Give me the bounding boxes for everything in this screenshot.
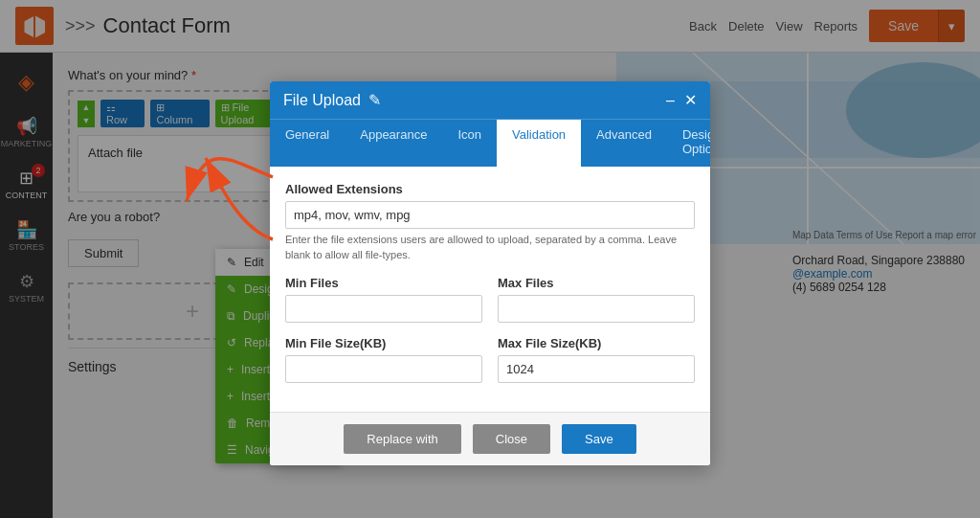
- min-file-size-label: Min File Size(KB): [285, 336, 482, 350]
- max-size-col: Max File Size(KB): [498, 336, 695, 396]
- tab-general[interactable]: General: [270, 120, 345, 167]
- min-size-col: Min File Size(KB): [285, 336, 482, 396]
- max-files-col: Max Files: [498, 276, 695, 336]
- modal-header: File Upload ✎ – ✕: [270, 81, 710, 119]
- min-files-group: Min Files: [285, 276, 482, 323]
- modal-overlay: File Upload ✎ – ✕ General Appearance Ico…: [0, 0, 980, 518]
- tab-design-options[interactable]: Design Options: [667, 120, 710, 167]
- modal-close-footer-button[interactable]: Close: [473, 424, 550, 454]
- tab-advanced[interactable]: Advanced: [581, 120, 667, 167]
- min-files-input[interactable]: [285, 295, 482, 323]
- modal-title-text: File Upload: [283, 92, 361, 109]
- modal-body: Allowed Extensions Enter the file extens…: [270, 167, 710, 412]
- min-max-files-row: Min Files Max Files: [285, 276, 695, 336]
- allowed-extensions-group: Allowed Extensions Enter the file extens…: [285, 182, 695, 262]
- replace-with-button[interactable]: Replace with: [344, 424, 460, 454]
- modal-header-actions: – ✕: [666, 91, 697, 109]
- max-files-input[interactable]: [498, 295, 695, 323]
- allowed-extensions-label: Allowed Extensions: [285, 182, 695, 196]
- file-upload-modal: File Upload ✎ – ✕ General Appearance Ico…: [270, 81, 710, 465]
- modal-footer: Replace with Close Save: [270, 412, 710, 465]
- modal-edit-button[interactable]: ✎: [368, 91, 381, 109]
- modal-title: File Upload ✎: [283, 91, 381, 109]
- min-file-size-group: Min File Size(KB): [285, 336, 482, 383]
- modal-save-button[interactable]: Save: [562, 424, 636, 454]
- modal-close-button[interactable]: ✕: [684, 91, 697, 109]
- allowed-extensions-hint: Enter the file extensions users are allo…: [285, 233, 695, 262]
- tab-validation[interactable]: Validation: [497, 120, 581, 167]
- min-max-size-row: Min File Size(KB) Max File Size(KB): [285, 336, 695, 396]
- min-files-col: Min Files: [285, 276, 482, 336]
- max-files-group: Max Files: [498, 276, 695, 323]
- max-file-size-group: Max File Size(KB): [498, 336, 695, 383]
- modal-minimize-button[interactable]: –: [666, 91, 675, 109]
- max-file-size-label: Max File Size(KB): [498, 336, 695, 350]
- min-files-label: Min Files: [285, 276, 482, 290]
- max-files-label: Max Files: [498, 276, 695, 290]
- min-file-size-input[interactable]: [285, 355, 482, 383]
- allowed-extensions-input[interactable]: [285, 201, 695, 229]
- max-file-size-input[interactable]: [498, 355, 695, 383]
- tab-icon[interactable]: Icon: [442, 120, 497, 167]
- tab-appearance[interactable]: Appearance: [345, 120, 442, 167]
- modal-tabs: General Appearance Icon Validation Advan…: [270, 119, 710, 167]
